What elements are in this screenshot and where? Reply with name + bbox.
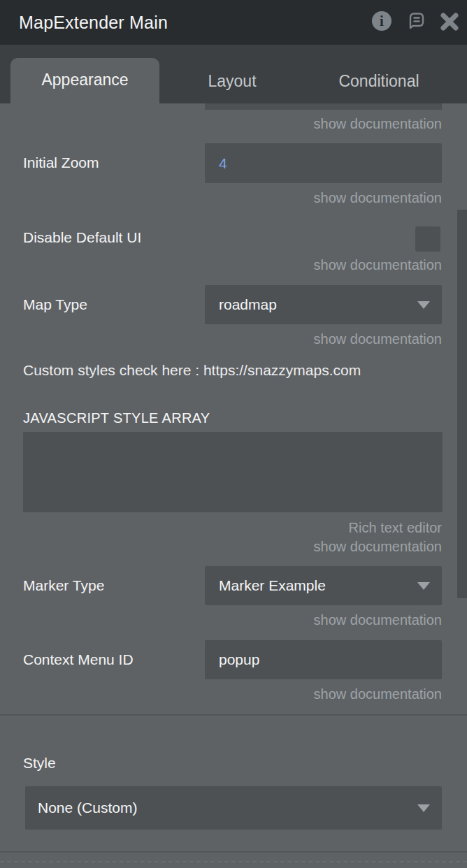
show-documentation-link[interactable]: show documentation: [314, 612, 442, 628]
info-icon[interactable]: i: [372, 11, 393, 32]
show-documentation-link[interactable]: show documentation: [314, 256, 442, 273]
tab-appearance[interactable]: Appearance: [10, 58, 159, 105]
clipped-field[interactable]: [205, 103, 442, 110]
show-documentation-link[interactable]: show documentation: [314, 189, 442, 206]
style-value: None (Custom): [38, 786, 137, 830]
show-documentation-link[interactable]: show documentation: [314, 115, 442, 132]
initial-zoom-label: Initial Zoom: [23, 154, 99, 171]
disable-default-ui-label: Disable Default UI: [23, 229, 141, 246]
close-icon[interactable]: [439, 11, 460, 32]
map-type-label: Map Type: [23, 296, 87, 313]
rich-text-editor-link[interactable]: Rich text editor: [349, 519, 442, 536]
context-menu-id-label: Context Menu ID: [23, 651, 134, 668]
initial-zoom-input[interactable]: [205, 143, 442, 183]
scrollbar-thumb[interactable]: [457, 210, 467, 598]
chevron-down-icon: [417, 582, 430, 590]
map-type-value: roadmap: [219, 285, 277, 324]
show-documentation-link[interactable]: show documentation: [314, 686, 442, 702]
show-documentation-link[interactable]: show documentation: [314, 538, 442, 555]
panel-title: MapExtender Main: [19, 0, 168, 45]
javascript-style-array-label: JAVASCRIPT STYLE ARRAY: [23, 410, 210, 426]
javascript-style-array-textarea[interactable]: [23, 432, 443, 512]
section-divider-highlight: [0, 853, 467, 853]
section-divider-highlight: [0, 716, 467, 716]
style-dropdown[interactable]: None (Custom): [25, 786, 442, 830]
chevron-down-icon: [417, 804, 430, 812]
show-documentation-link[interactable]: show documentation: [314, 331, 442, 347]
custom-styles-note: Custom styles check here : https://snazz…: [23, 362, 361, 379]
dashed-drop-guide: [0, 861, 467, 862]
tab-conditional[interactable]: Conditional: [322, 60, 436, 102]
chevron-down-icon: [417, 301, 430, 309]
disable-default-ui-checkbox[interactable]: [415, 226, 440, 252]
marker-type-dropdown[interactable]: Marker Example: [205, 566, 442, 605]
style-label: Style: [23, 755, 56, 772]
marker-type-value: Marker Example: [219, 566, 326, 605]
tab-layout[interactable]: Layout: [182, 60, 282, 102]
panel-header: MapExtender Main i: [0, 0, 467, 45]
property-editor-panel: MapExtender Main i Appearance Layout Con…: [0, 0, 467, 868]
marker-type-label: Marker Type: [23, 577, 104, 594]
context-menu-id-input[interactable]: [205, 640, 442, 679]
map-type-dropdown[interactable]: roadmap: [205, 285, 442, 324]
comment-icon[interactable]: [405, 10, 426, 31]
